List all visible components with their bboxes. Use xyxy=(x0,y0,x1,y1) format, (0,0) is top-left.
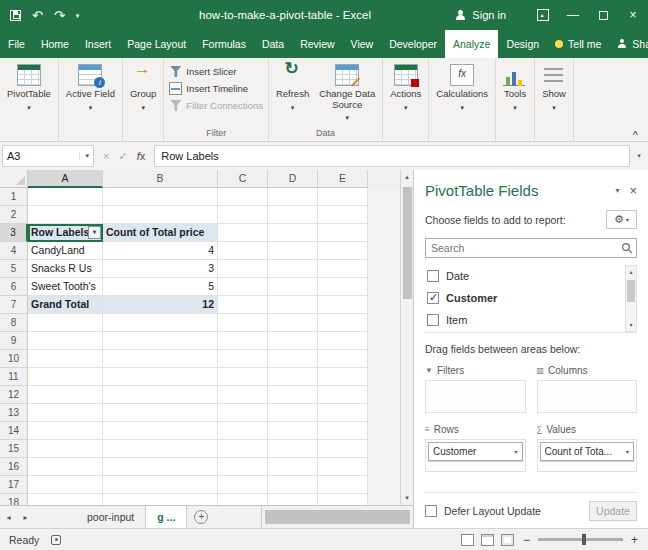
cell-c10[interactable] xyxy=(218,350,268,368)
checkbox-item[interactable] xyxy=(427,314,439,326)
ribbon-tab-developer[interactable]: Developer xyxy=(381,30,445,58)
field-list-scrollbar[interactable]: ▴ ▾ xyxy=(625,265,637,332)
checkbox-date[interactable] xyxy=(427,270,439,282)
cell-b3[interactable]: Count of Total price xyxy=(103,224,218,242)
pivottable-button[interactable]: PivotTable▾ xyxy=(3,60,55,113)
search-icon[interactable] xyxy=(618,242,636,254)
zoom-out-icon[interactable]: − xyxy=(523,533,530,547)
cell-b15[interactable] xyxy=(103,440,218,458)
calculations-button[interactable]: Calculations▾ xyxy=(432,60,492,113)
name-box[interactable]: A3 ▾ xyxy=(2,145,94,167)
filter-connections-button[interactable]: Filter Connections xyxy=(169,99,263,112)
cell-b17[interactable] xyxy=(103,476,218,494)
ribbon-tab-analyze[interactable]: Analyze xyxy=(445,30,498,58)
row-header-9[interactable]: 9 xyxy=(0,332,28,350)
cell-e11[interactable] xyxy=(318,368,368,386)
cell-e6[interactable] xyxy=(318,278,368,296)
cell-b9[interactable] xyxy=(103,332,218,350)
cell-b18[interactable] xyxy=(103,494,218,505)
field-pill-count-of-tota[interactable]: Count of Tota...▾ xyxy=(540,442,635,461)
expand-formula-bar-icon[interactable]: ▾ xyxy=(630,152,648,160)
filter-dropdown-icon[interactable]: ▾ xyxy=(88,226,101,239)
insert-function-icon[interactable]: fx xyxy=(137,150,146,162)
cell-c8[interactable] xyxy=(218,314,268,332)
ribbon-tab-insert[interactable]: Insert xyxy=(77,30,119,58)
cell-d12[interactable] xyxy=(268,386,318,404)
save-icon[interactable] xyxy=(10,10,21,21)
ribbon-tab-review[interactable]: Review xyxy=(292,30,342,58)
cell-a8[interactable] xyxy=(28,314,103,332)
cell-c16[interactable] xyxy=(218,458,268,476)
row-header-11[interactable]: 11 xyxy=(0,368,28,386)
fields-options-button[interactable]: ⚙ ▾ xyxy=(606,210,637,229)
scroll-up-icon[interactable]: ▴ xyxy=(629,266,632,278)
change-data-source-button[interactable]: Change Data Source▾ xyxy=(315,60,379,124)
cell-a18[interactable] xyxy=(28,494,103,505)
zoom-in-icon[interactable]: + xyxy=(631,533,638,547)
cell-c5[interactable] xyxy=(218,260,268,278)
cell-b16[interactable] xyxy=(103,458,218,476)
cell-b12[interactable] xyxy=(103,386,218,404)
pane-close-icon[interactable]: × xyxy=(629,183,637,198)
ribbon-tab-data[interactable]: Data xyxy=(254,30,292,58)
ribbon-tab-page-layout[interactable]: Page Layout xyxy=(119,30,194,58)
cell-e15[interactable] xyxy=(318,440,368,458)
cell-d7[interactable] xyxy=(268,296,318,314)
cell-c12[interactable] xyxy=(218,386,268,404)
row-header-2[interactable]: 2 xyxy=(0,206,28,224)
row-header-12[interactable]: 12 xyxy=(0,386,28,404)
column-header-d[interactable]: D xyxy=(268,170,318,188)
cell-e13[interactable] xyxy=(318,404,368,422)
filters-drop-area[interactable] xyxy=(425,380,526,413)
cell-c17[interactable] xyxy=(218,476,268,494)
show-button[interactable]: Show▾ xyxy=(538,60,570,113)
horizontal-scroll-thumb[interactable] xyxy=(265,510,410,524)
macro-record-icon[interactable] xyxy=(51,535,61,545)
sheet-nav-left-icon[interactable]: ◂ xyxy=(0,506,17,528)
cell-e8[interactable] xyxy=(318,314,368,332)
group-button[interactable]: Group▾ xyxy=(126,60,160,113)
cell-b11[interactable] xyxy=(103,368,218,386)
cell-e18[interactable] xyxy=(318,494,368,505)
cell-a16[interactable] xyxy=(28,458,103,476)
cell-b14[interactable] xyxy=(103,422,218,440)
row-header-13[interactable]: 13 xyxy=(0,404,28,422)
field-list-scroll-thumb[interactable] xyxy=(627,280,635,302)
cell-d13[interactable] xyxy=(268,404,318,422)
cell-a3[interactable]: Row Labels▾ xyxy=(28,224,103,242)
cell-a17[interactable] xyxy=(28,476,103,494)
cell-e10[interactable] xyxy=(318,350,368,368)
ribbon-tab-tell-me[interactable]: Tell me xyxy=(547,30,609,58)
vertical-scroll-thumb[interactable] xyxy=(403,187,412,299)
cell-d18[interactable] xyxy=(268,494,318,505)
row-header-14[interactable]: 14 xyxy=(0,422,28,440)
cell-a1[interactable] xyxy=(28,188,103,206)
cell-e4[interactable] xyxy=(318,242,368,260)
ribbon-tab-share[interactable]: Share xyxy=(609,30,648,58)
tools-button[interactable]: Tools▾ xyxy=(499,60,531,113)
vertical-scrollbar[interactable]: ▴ ▾ xyxy=(400,170,413,505)
cell-d3[interactable] xyxy=(268,224,318,242)
cell-d14[interactable] xyxy=(268,422,318,440)
normal-view-icon[interactable] xyxy=(461,534,474,546)
page-layout-view-icon[interactable] xyxy=(481,534,494,546)
enter-icon[interactable]: ✓ xyxy=(118,150,127,163)
cell-e14[interactable] xyxy=(318,422,368,440)
cell-b13[interactable] xyxy=(103,404,218,422)
cell-e5[interactable] xyxy=(318,260,368,278)
row-header-7[interactable]: 7 xyxy=(0,296,28,314)
cell-b7[interactable]: 12 xyxy=(103,296,218,314)
name-box-dropdown-icon[interactable]: ▾ xyxy=(79,152,89,160)
cell-c6[interactable] xyxy=(218,278,268,296)
rows-drop-area[interactable]: Customer▾ xyxy=(425,439,526,472)
cell-b6[interactable]: 5 xyxy=(103,278,218,296)
row-header-15[interactable]: 15 xyxy=(0,440,28,458)
cell-e9[interactable] xyxy=(318,332,368,350)
ribbon-tab-formulas[interactable]: Formulas xyxy=(194,30,254,58)
cell-b2[interactable] xyxy=(103,206,218,224)
cell-c14[interactable] xyxy=(218,422,268,440)
cell-d9[interactable] xyxy=(268,332,318,350)
cell-d1[interactable] xyxy=(268,188,318,206)
cell-d2[interactable] xyxy=(268,206,318,224)
scroll-up-icon[interactable]: ▴ xyxy=(405,170,409,184)
